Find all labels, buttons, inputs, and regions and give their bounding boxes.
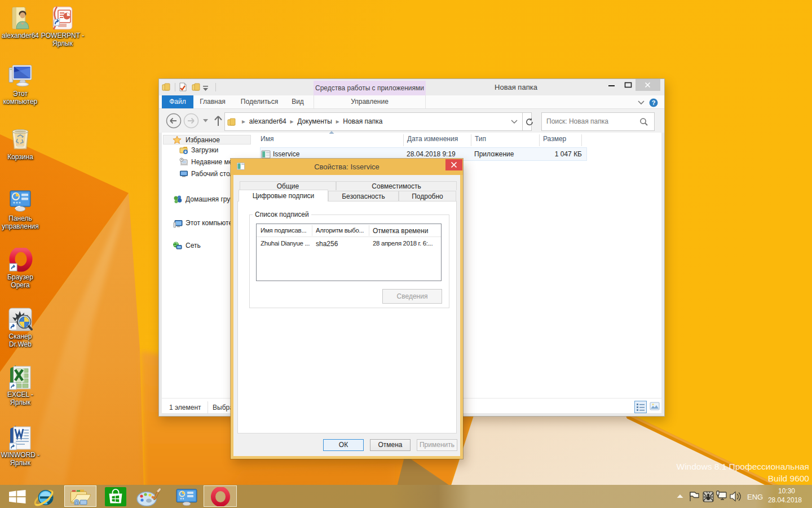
svg-text:?: ?: [652, 99, 656, 106]
